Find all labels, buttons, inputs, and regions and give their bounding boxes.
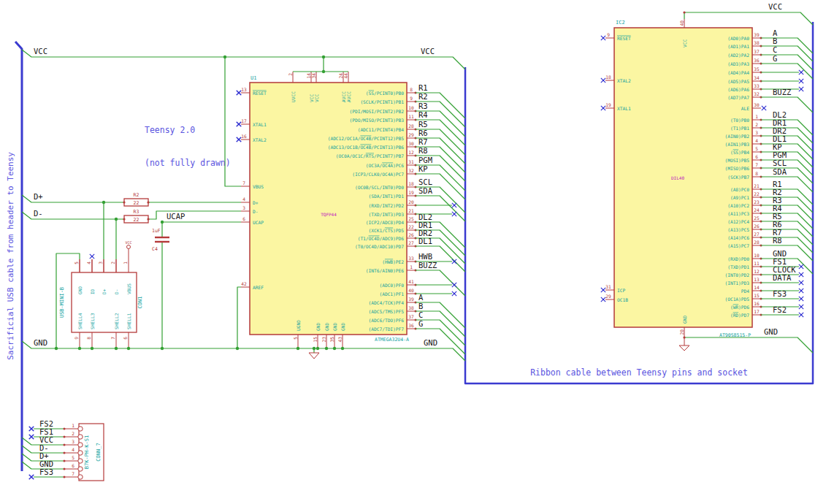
con1-usb-connector[interactable]: USB-MINI-BCON15GND4ID3D+2D-1VBUS9SHELL48… [59, 256, 143, 348]
ic-symbols[interactable]: U1ATMEGA32U4-ATQFP4413RESET17XTAL116XTAL… [237, 19, 813, 354]
svg-text:ICP: ICP [617, 288, 625, 293]
svg-text:D+: D+ [253, 200, 259, 205]
svg-text:(ADC4/TCK)PF4: (ADC4/TCK)PF4 [369, 300, 405, 305]
svg-text:(ADC1)PF1: (ADC1)PF1 [379, 291, 404, 297]
net-label-scl: SCL [773, 159, 787, 167]
svg-text:38: 38 [408, 305, 414, 310]
svg-text:(A14)PC6: (A14)PC6 [727, 235, 749, 240]
svg-text:(ADC7/TDI)PF7: (ADC7/TDI)PF7 [369, 327, 405, 332]
net-label-r5: R5 [418, 120, 428, 129]
svg-text:XTAL2: XTAL2 [253, 137, 267, 142]
svg-text:4: 4 [72, 447, 74, 452]
capacitor-c4[interactable]: 1uFC4 [152, 228, 169, 252]
svg-text:(MOSI)PB5: (MOSI)PB5 [724, 158, 749, 163]
resistor-r3[interactable]: R322 [124, 209, 148, 223]
svg-text:40: 40 [408, 288, 414, 293]
svg-text:AVCC: AVCC [346, 91, 351, 102]
svg-text:GND: GND [77, 286, 83, 294]
svg-text:23: 23 [754, 199, 760, 205]
svg-text:8: 8 [410, 87, 413, 92]
svg-text:OC1B: OC1B [617, 297, 628, 302]
svg-text:37: 37 [408, 314, 414, 319]
svg-text:VCC: VCC [314, 94, 319, 102]
svg-text:(SS)PB4: (SS)PB4 [730, 150, 749, 155]
svg-text:19: 19 [408, 190, 414, 195]
svg-text:GND: GND [340, 323, 345, 331]
svg-text:31: 31 [408, 159, 414, 164]
svg-text:26: 26 [408, 232, 414, 237]
svg-text:(AD3)PA3: (AD3)PA3 [727, 61, 749, 66]
svg-text:24: 24 [754, 207, 760, 213]
svg-text:(PDI/MOSI/PCINT2)PB2: (PDI/MOSI/PCINT2)PB2 [349, 109, 404, 114]
resistor-r2[interactable]: R222 [124, 192, 148, 206]
svg-text:(ADC5/TMS)PF5: (ADC5/TMS)PF5 [369, 309, 405, 314]
svg-text:6: 6 [72, 463, 74, 468]
svg-text:19: 19 [605, 102, 611, 107]
svg-text:PD4: PD4 [741, 289, 749, 294]
svg-text:(ADC12/OC1A/OC4B/PCINT12)PB5: (ADC12/OC1A/OC4B/PCINT12)PB5 [328, 136, 405, 141]
svg-text:GND: GND [332, 323, 337, 331]
svg-text:39: 39 [408, 297, 414, 302]
svg-text:32: 32 [754, 91, 760, 96]
svg-text:8: 8 [86, 337, 91, 340]
svg-text:7: 7 [110, 337, 115, 340]
r2-reference: R2 [134, 192, 139, 198]
schematic-svg[interactable]: U1ATMEGA32U4-ATQFP4413RESET17XTAL116XTAL… [0, 0, 826, 504]
resistors[interactable]: R222R322 [124, 192, 148, 223]
u1-symbol[interactable]: U1ATMEGA32U4-ATQFP4413RESET17XTAL116XTAL… [237, 72, 465, 354]
schematic-canvas[interactable]: U1ATMEGA32U4-ATQFP4413RESET17XTAL116XTAL… [0, 0, 826, 504]
svg-text:2: 2 [72, 431, 74, 436]
svg-text:(AD6)PA6: (AD6)PA6 [727, 87, 749, 92]
svg-text:4: 4 [755, 138, 758, 143]
svg-text:30: 30 [408, 141, 414, 146]
svg-text:12: 12 [754, 269, 760, 274]
svg-text:5: 5 [72, 455, 74, 460]
svg-text:(TXD/INT3)PD3: (TXD/INT3)PD3 [369, 212, 405, 217]
svg-text:43: 43 [337, 337, 343, 343]
conn7-connector[interactable]: B7K-PH-K-S1CONN_71FS22FS13VCC4D-5D+6GND7… [22, 419, 104, 481]
net-label-hwb: HWB [418, 252, 432, 261]
svg-text:RESET: RESET [617, 36, 631, 41]
svg-text:3: 3 [72, 439, 74, 444]
svg-text:(ICP3/CLK0/OC4A)PC7: (ICP3/CLK0/OC4A)PC7 [352, 172, 404, 177]
svg-text:11: 11 [754, 261, 760, 266]
con1-value: USB-MINI-B [59, 287, 65, 318]
svg-text:(INT1)PD3: (INT1)PD3 [724, 280, 749, 286]
svg-text:(XCK1/CTS)PD5: (XCK1/CTS)PD5 [369, 228, 405, 233]
c4-reference: C4 [152, 246, 158, 252]
svg-text:VCC: VCC [682, 39, 687, 47]
svg-text:5: 5 [74, 261, 79, 264]
svg-text:34: 34 [311, 73, 316, 79]
svg-text:(A8)PC0: (A8)PC0 [730, 187, 749, 192]
net-label-dl1: DL1 [418, 237, 432, 245]
net-label-r4: R4 [418, 110, 428, 119]
net-label-c: C [418, 310, 423, 319]
svg-text:(A9)PC1: (A9)PC1 [730, 195, 749, 200]
svg-text:VCC: VCC [125, 240, 131, 245]
net-label-r2: R2 [418, 92, 428, 101]
svg-text:XTAL1: XTAL1 [253, 122, 267, 127]
svg-text:(TXD)PD1: (TXD)PD1 [727, 264, 749, 270]
svg-text:(SCLK/PCINT1)PB1: (SCLK/PCINT1)PB1 [360, 99, 404, 104]
net-label-b: B [773, 37, 777, 45]
svg-text:17: 17 [754, 309, 760, 314]
u1-package: TQFP44 [321, 212, 337, 217]
svg-text:(ADC0)PF0: (ADC0)PF0 [379, 283, 404, 288]
svg-text:15: 15 [313, 337, 318, 343]
svg-text:21: 21 [754, 183, 760, 188]
svg-text:ALE: ALE [741, 106, 749, 111]
svg-text:3: 3 [755, 130, 758, 135]
svg-text:31: 31 [605, 284, 611, 289]
ribbon-cable-note: Ribbon cable between Teensy pins and soc… [465, 367, 813, 378]
svg-text:35: 35 [754, 66, 760, 72]
svg-text:16: 16 [241, 134, 247, 139]
svg-text:29: 29 [605, 294, 611, 299]
r2-value: 22 [134, 200, 139, 206]
svg-text:23: 23 [321, 337, 326, 343]
svg-text:3: 3 [242, 205, 245, 210]
ic2-symbol[interactable]: IC2AT90S8515-PDIL409RESET18XTAL219XTAL13… [601, 19, 813, 338]
svg-text:(OC0A/OC1C/RTS/PCINT7)PB7: (OC0A/OC1C/RTS/PCINT7)PB7 [336, 153, 404, 159]
svg-text:33: 33 [754, 83, 760, 88]
left-cable-note: Sacrificial USB cable from header to Tee… [1, 135, 19, 376]
con1-reference: CON1 [137, 297, 143, 309]
